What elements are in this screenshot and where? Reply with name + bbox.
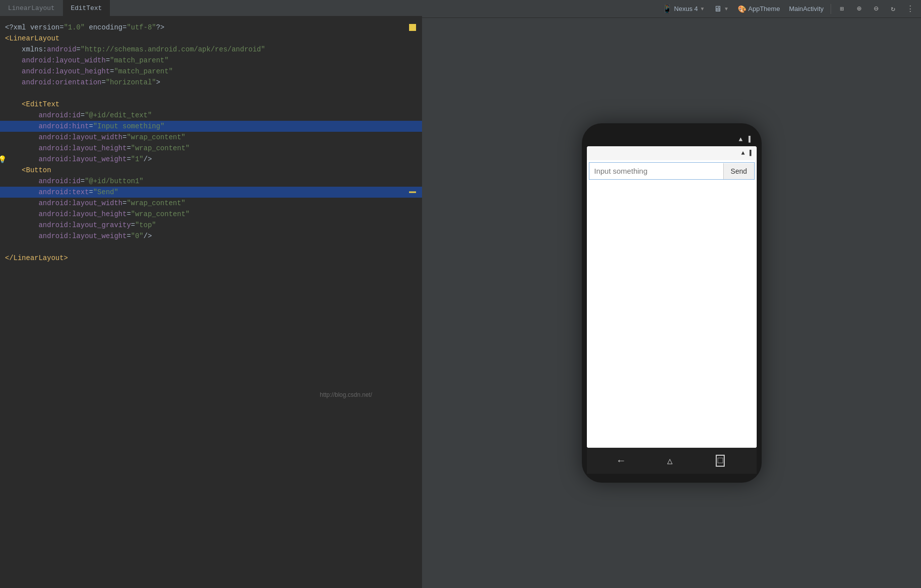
zoom-out-button[interactable]: ⊖	[869, 2, 883, 16]
theme-icon: 🎨	[738, 5, 746, 13]
toolbar-divider	[831, 4, 831, 14]
theme-selector[interactable]: 🎨 AppTheme	[735, 4, 783, 14]
device-label: Nexus 4	[674, 5, 698, 12]
phone-screen: ▲ ▐ Send	[587, 146, 757, 448]
device-selector[interactable]: 📱 Nexus 4 ▼	[659, 3, 708, 14]
code-line-hint: android:hint="Input something"	[0, 121, 422, 132]
watermark: http://blog.csdn.net/	[320, 391, 372, 398]
more-options-button[interactable]: ⋮	[903, 2, 917, 16]
wifi-icon: ▲	[739, 136, 743, 143]
code-line: <LinearLayout	[0, 33, 422, 44]
nav-back-icon[interactable]: ←	[618, 455, 624, 467]
preview-panel: 📱 Nexus 4 ▼ 🖥 ▼ 🎨 AppTheme MainActivity …	[422, 0, 921, 588]
tab-edittext[interactable]: EditText	[63, 0, 110, 16]
code-line: <Button	[0, 165, 422, 176]
code-line: <?xml version="1.0" encoding="utf-8"?>	[0, 22, 422, 33]
status-battery-icon: ▐	[748, 150, 751, 157]
yellow-dash-indicator	[409, 192, 416, 193]
refresh-button[interactable]: ↻	[886, 2, 900, 16]
screen-selector[interactable]: 🖥 ▼	[711, 3, 732, 14]
code-line: android:id="@+id/edit_text"	[0, 110, 422, 121]
code-line: android:layout_weight="0"/>	[0, 231, 422, 242]
zoom-actual-button[interactable]: ⊞	[835, 2, 849, 16]
device-icon: 📱	[662, 4, 672, 13]
phone-app-content: Send	[587, 160, 757, 448]
phone-input-row: Send	[589, 162, 755, 180]
theme-label: AppTheme	[748, 5, 780, 12]
phone-status-bar: ▲ ▐	[587, 146, 757, 160]
code-line: android:id="@+id/button1"	[0, 176, 422, 187]
screen-icon: 🖥	[714, 4, 722, 13]
phone-top-bar: ▲ ▐	[587, 132, 757, 146]
phone-content-area	[587, 182, 757, 448]
code-line: android:layout_height="wrap_content"	[0, 209, 422, 220]
code-line: android:layout_width="match_parent"	[0, 55, 422, 66]
nav-recents-icon[interactable]: □	[716, 455, 725, 467]
activity-label: MainActivity	[789, 5, 824, 12]
code-line-weight: 💡 android:layout_weight="1"/>	[0, 154, 422, 165]
code-line: <EditText	[0, 99, 422, 110]
zoom-in-button[interactable]: ⊕	[852, 2, 866, 16]
phone-input-field[interactable]	[589, 163, 723, 179]
phone-bottom-bar: ← △ □	[587, 448, 757, 474]
screen-dropdown-arrow: ▼	[724, 6, 729, 11]
code-line: android:layout_height="wrap_content"	[0, 143, 422, 154]
code-line: android:layout_width="wrap_content"	[0, 198, 422, 209]
code-area: <?xml version="1.0" encoding="utf-8"?> <…	[0, 16, 422, 588]
nav-home-icon[interactable]: △	[667, 455, 673, 466]
yellow-square-indicator	[409, 24, 416, 31]
bulb-indicator: 💡	[0, 154, 4, 165]
activity-selector[interactable]: MainActivity	[786, 4, 827, 13]
code-line: android:orientation="horizontal">	[0, 77, 422, 88]
device-dropdown-arrow: ▼	[700, 6, 705, 11]
phone-mockup: ▲ ▐ ▲ ▐ Send	[582, 123, 762, 483]
tab-linearlayout[interactable]: LinearLayout	[0, 0, 63, 16]
battery-icon: ▐	[747, 136, 751, 143]
preview-content: ▲ ▐ ▲ ▐ Send	[422, 18, 921, 588]
code-line: xmlns:android="http://schemas.android.co…	[0, 44, 422, 55]
code-line: android:layout_height="match_parent"	[0, 66, 422, 77]
code-line	[0, 242, 422, 253]
phone-send-button[interactable]: Send	[723, 163, 754, 179]
code-editor-panel: LinearLayout EditText <?xml version="1.0…	[0, 0, 422, 588]
code-line-text: android:text="Send"	[0, 187, 422, 198]
code-line	[0, 88, 422, 99]
code-line: </LinearLayout>	[0, 253, 422, 264]
code-line: android:layout_width="wrap_content"	[0, 132, 422, 143]
status-wifi-icon: ▲	[741, 150, 745, 157]
toolbar: 📱 Nexus 4 ▼ 🖥 ▼ 🎨 AppTheme MainActivity …	[422, 0, 921, 18]
code-line: android:layout_gravity="top"	[0, 220, 422, 231]
tabs-bar: LinearLayout EditText	[0, 0, 422, 16]
